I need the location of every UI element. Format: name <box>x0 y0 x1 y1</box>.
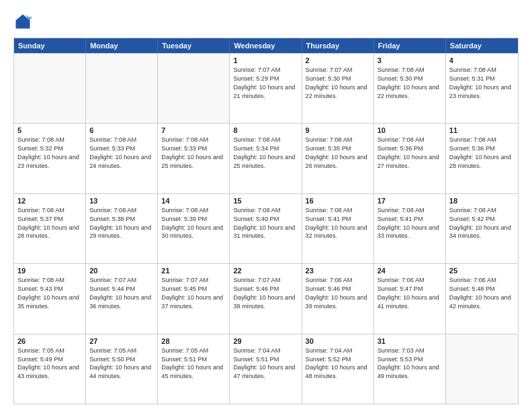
sunset-line: Sunset: 5:52 PM <box>306 355 370 364</box>
sunrise-line: Sunrise: 7:07 AM <box>233 276 298 285</box>
daylight-line: Daylight: 10 hours and 23 minutes. <box>449 83 515 101</box>
daylight-line: Daylight: 10 hours and 41 minutes. <box>378 293 442 311</box>
day-number: 31 <box>378 337 442 345</box>
header <box>13 12 519 31</box>
empty-cell <box>446 334 518 404</box>
sunrise-line: Sunrise: 7:08 AM <box>161 136 226 144</box>
sunrise-line: Sunrise: 7:06 AM <box>306 276 370 285</box>
header-cell-sunday: Sunday <box>14 38 86 53</box>
sunset-line: Sunset: 5:29 PM <box>233 75 298 83</box>
sunrise-line: Sunrise: 7:08 AM <box>306 206 370 215</box>
calendar-row-4: 19Sunrise: 7:08 AMSunset: 5:43 PMDayligh… <box>14 263 518 333</box>
sunrise-line: Sunrise: 7:08 AM <box>17 206 82 215</box>
empty-cell <box>14 54 86 123</box>
day-number: 30 <box>306 337 370 345</box>
day-number: 15 <box>233 197 298 205</box>
sunset-line: Sunset: 5:33 PM <box>89 144 154 153</box>
sunset-line: Sunset: 5:40 PM <box>233 215 298 224</box>
sunrise-line: Sunrise: 7:05 AM <box>89 347 154 355</box>
day-cell-3: 3Sunrise: 7:08 AMSunset: 5:30 PMDaylight… <box>374 54 446 123</box>
day-cell-2: 2Sunrise: 7:07 AMSunset: 5:30 PMDaylight… <box>302 54 374 123</box>
day-number: 27 <box>89 337 154 345</box>
sunset-line: Sunset: 5:41 PM <box>306 215 370 224</box>
sunset-line: Sunset: 5:39 PM <box>161 215 226 224</box>
empty-cell <box>86 54 158 123</box>
sunset-line: Sunset: 5:49 PM <box>17 355 82 364</box>
sunrise-line: Sunrise: 7:08 AM <box>233 136 298 144</box>
day-cell-5: 5Sunrise: 7:08 AMSunset: 5:32 PMDaylight… <box>14 124 86 193</box>
sunrise-line: Sunrise: 7:08 AM <box>17 276 82 285</box>
page: SundayMondayTuesdayWednesdayThursdayFrid… <box>0 0 532 411</box>
sunset-line: Sunset: 5:35 PM <box>306 144 370 153</box>
sunset-line: Sunset: 5:36 PM <box>378 144 442 153</box>
day-cell-30: 30Sunrise: 7:04 AMSunset: 5:52 PMDayligh… <box>302 334 374 404</box>
sunset-line: Sunset: 5:51 PM <box>161 355 226 364</box>
day-number: 29 <box>233 337 298 345</box>
sunrise-line: Sunrise: 7:07 AM <box>89 276 154 285</box>
day-cell-31: 31Sunrise: 7:03 AMSunset: 5:53 PMDayligh… <box>374 334 446 404</box>
header-cell-saturday: Saturday <box>446 38 518 53</box>
day-cell-1: 1Sunrise: 7:07 AMSunset: 5:29 PMDaylight… <box>230 54 302 123</box>
day-cell-27: 27Sunrise: 7:05 AMSunset: 5:50 PMDayligh… <box>86 334 158 404</box>
calendar-row-1: 1Sunrise: 7:07 AMSunset: 5:29 PMDaylight… <box>14 53 518 123</box>
calendar-body: 1Sunrise: 7:07 AMSunset: 5:29 PMDaylight… <box>14 53 518 404</box>
day-cell-18: 18Sunrise: 7:08 AMSunset: 5:42 PMDayligh… <box>446 194 518 263</box>
calendar-header-row: SundayMondayTuesdayWednesdayThursdayFrid… <box>14 38 518 53</box>
daylight-line: Daylight: 10 hours and 31 minutes. <box>233 224 298 241</box>
header-cell-friday: Friday <box>374 38 446 53</box>
day-cell-6: 6Sunrise: 7:08 AMSunset: 5:33 PMDaylight… <box>86 124 158 193</box>
sunrise-line: Sunrise: 7:04 AM <box>233 347 298 355</box>
sunrise-line: Sunrise: 7:05 AM <box>17 347 82 355</box>
sunset-line: Sunset: 5:51 PM <box>233 355 298 364</box>
sunrise-line: Sunrise: 7:04 AM <box>306 347 370 355</box>
day-cell-29: 29Sunrise: 7:04 AMSunset: 5:51 PMDayligh… <box>230 334 302 404</box>
day-number: 2 <box>306 56 370 64</box>
daylight-line: Daylight: 10 hours and 35 minutes. <box>17 293 82 311</box>
daylight-line: Daylight: 10 hours and 42 minutes. <box>449 293 515 311</box>
sunrise-line: Sunrise: 7:08 AM <box>89 206 154 215</box>
daylight-line: Daylight: 10 hours and 28 minutes. <box>449 153 515 171</box>
sunset-line: Sunset: 5:31 PM <box>449 75 515 83</box>
sunrise-line: Sunrise: 7:08 AM <box>449 206 515 215</box>
day-cell-13: 13Sunrise: 7:08 AMSunset: 5:38 PMDayligh… <box>86 194 158 263</box>
daylight-line: Daylight: 10 hours and 26 minutes. <box>306 153 370 171</box>
day-cell-12: 12Sunrise: 7:08 AMSunset: 5:37 PMDayligh… <box>14 194 86 263</box>
day-number: 17 <box>378 197 442 205</box>
empty-cell <box>158 54 230 123</box>
sunrise-line: Sunrise: 7:06 AM <box>378 276 442 285</box>
daylight-line: Daylight: 10 hours and 48 minutes. <box>306 363 370 381</box>
daylight-line: Daylight: 10 hours and 43 minutes. <box>17 363 82 381</box>
day-number: 6 <box>89 126 154 134</box>
daylight-line: Daylight: 10 hours and 22 minutes. <box>306 83 370 101</box>
daylight-line: Daylight: 10 hours and 32 minutes. <box>306 224 370 241</box>
sunrise-line: Sunrise: 7:07 AM <box>306 66 370 75</box>
day-number: 12 <box>17 197 82 205</box>
sunset-line: Sunset: 5:33 PM <box>161 144 226 153</box>
header-cell-monday: Monday <box>86 38 158 53</box>
sunset-line: Sunset: 5:50 PM <box>89 355 154 364</box>
daylight-line: Daylight: 10 hours and 37 minutes. <box>161 293 226 311</box>
day-cell-11: 11Sunrise: 7:08 AMSunset: 5:36 PMDayligh… <box>446 124 518 193</box>
sunrise-line: Sunrise: 7:03 AM <box>378 347 442 355</box>
sunset-line: Sunset: 5:46 PM <box>306 285 370 293</box>
sunset-line: Sunset: 5:42 PM <box>449 215 515 224</box>
day-cell-8: 8Sunrise: 7:08 AMSunset: 5:34 PMDaylight… <box>230 124 302 193</box>
sunset-line: Sunset: 5:30 PM <box>378 75 442 83</box>
daylight-line: Daylight: 10 hours and 30 minutes. <box>161 224 226 241</box>
day-number: 13 <box>89 197 154 205</box>
sunrise-line: Sunrise: 7:07 AM <box>233 66 298 75</box>
sunrise-line: Sunrise: 7:08 AM <box>306 136 370 144</box>
sunrise-line: Sunrise: 7:08 AM <box>449 136 515 144</box>
day-number: 8 <box>233 126 298 134</box>
day-cell-10: 10Sunrise: 7:08 AMSunset: 5:36 PMDayligh… <box>374 124 446 193</box>
day-number: 24 <box>378 267 442 275</box>
day-number: 25 <box>449 267 515 275</box>
day-cell-9: 9Sunrise: 7:08 AMSunset: 5:35 PMDaylight… <box>302 124 374 193</box>
calendar-row-3: 12Sunrise: 7:08 AMSunset: 5:37 PMDayligh… <box>14 193 518 263</box>
daylight-line: Daylight: 10 hours and 47 minutes. <box>233 363 298 381</box>
day-number: 7 <box>161 126 226 134</box>
day-cell-14: 14Sunrise: 7:08 AMSunset: 5:39 PMDayligh… <box>158 194 230 263</box>
daylight-line: Daylight: 10 hours and 49 minutes. <box>378 363 442 381</box>
day-number: 28 <box>161 337 226 345</box>
day-number: 9 <box>306 126 370 134</box>
